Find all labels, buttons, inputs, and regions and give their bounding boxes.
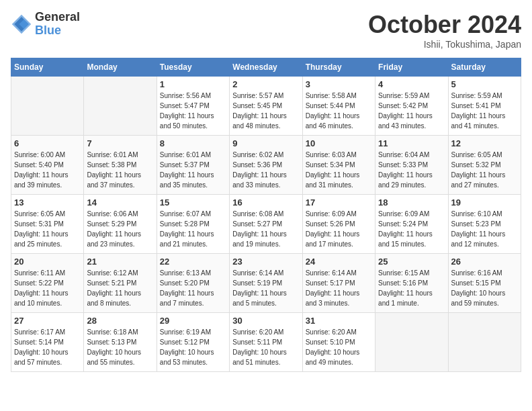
day-info: Sunrise: 6:04 AM Sunset: 5:33 PM Dayligh… <box>378 150 445 190</box>
calendar-cell: 21 Sunrise: 6:12 AM Sunset: 5:21 PM Dayl… <box>84 254 157 313</box>
calendar-cell <box>375 313 448 372</box>
day-number: 23 <box>232 257 299 267</box>
calendar-cell: 26 Sunrise: 6:16 AM Sunset: 5:15 PM Dayl… <box>448 254 521 313</box>
sunrise-text: Sunrise: 6:03 AM <box>306 150 372 160</box>
sunset-text: Sunset: 5:11 PM <box>232 337 299 347</box>
sunrise-text: Sunrise: 6:14 AM <box>232 268 299 278</box>
daylight-text: Daylight: 11 hours and 7 minutes. <box>160 288 226 308</box>
sunrise-text: Sunrise: 6:15 AM <box>378 268 445 278</box>
calendar-cell: 18 Sunrise: 6:09 AM Sunset: 5:24 PM Dayl… <box>375 195 448 254</box>
calendar-cell: 13 Sunrise: 6:05 AM Sunset: 5:31 PM Dayl… <box>11 195 84 254</box>
day-number: 31 <box>306 316 372 326</box>
calendar-cell: 7 Sunrise: 6:01 AM Sunset: 5:38 PM Dayli… <box>84 136 157 195</box>
calendar-cell: 16 Sunrise: 6:08 AM Sunset: 5:27 PM Dayl… <box>230 195 302 254</box>
logo: General Blue <box>11 11 80 38</box>
day-number: 13 <box>14 197 81 208</box>
header-tuesday: Tuesday <box>157 58 229 77</box>
calendar-cell: 22 Sunrise: 6:13 AM Sunset: 5:20 PM Dayl… <box>157 254 229 313</box>
location: Ishii, Tokushima, Japan <box>368 39 521 50</box>
day-number: 8 <box>160 138 226 148</box>
day-number: 4 <box>378 79 445 89</box>
sunrise-text: Sunrise: 5:59 AM <box>451 91 518 101</box>
calendar-week-4: 27 Sunrise: 6:17 AM Sunset: 5:14 PM Dayl… <box>11 313 521 372</box>
calendar-cell: 17 Sunrise: 6:09 AM Sunset: 5:26 PM Dayl… <box>302 195 375 254</box>
sunrise-text: Sunrise: 6:10 AM <box>451 209 518 219</box>
sunrise-text: Sunrise: 6:01 AM <box>160 150 226 160</box>
sunrise-text: Sunrise: 6:17 AM <box>14 327 81 337</box>
logo-icon <box>11 13 32 35</box>
day-number: 27 <box>14 316 81 326</box>
sunset-text: Sunset: 5:27 PM <box>232 219 299 229</box>
calendar-cell: 3 Sunrise: 5:58 AM Sunset: 5:44 PM Dayli… <box>302 77 375 136</box>
sunset-text: Sunset: 5:23 PM <box>451 219 518 229</box>
day-info: Sunrise: 6:18 AM Sunset: 5:13 PM Dayligh… <box>87 327 153 367</box>
day-number: 11 <box>378 138 445 148</box>
sunset-text: Sunset: 5:14 PM <box>14 337 81 347</box>
sunrise-text: Sunrise: 6:00 AM <box>14 150 81 160</box>
sunset-text: Sunset: 5:24 PM <box>378 219 445 229</box>
day-info: Sunrise: 6:10 AM Sunset: 5:23 PM Dayligh… <box>451 209 518 249</box>
daylight-text: Daylight: 11 hours and 29 minutes. <box>378 170 445 190</box>
calendar-cell: 6 Sunrise: 6:00 AM Sunset: 5:40 PM Dayli… <box>11 136 84 195</box>
sunset-text: Sunset: 5:41 PM <box>451 101 518 111</box>
calendar-cell: 27 Sunrise: 6:17 AM Sunset: 5:14 PM Dayl… <box>11 313 84 372</box>
calendar-cell: 24 Sunrise: 6:14 AM Sunset: 5:17 PM Dayl… <box>302 254 375 313</box>
day-number: 6 <box>14 138 81 148</box>
sunset-text: Sunset: 5:13 PM <box>87 337 153 347</box>
calendar-cell: 10 Sunrise: 6:03 AM Sunset: 5:34 PM Dayl… <box>302 136 375 195</box>
calendar-cell: 8 Sunrise: 6:01 AM Sunset: 5:37 PM Dayli… <box>157 136 229 195</box>
sunrise-text: Sunrise: 6:19 AM <box>160 327 226 337</box>
calendar-week-2: 13 Sunrise: 6:05 AM Sunset: 5:31 PM Dayl… <box>11 195 521 254</box>
sunrise-text: Sunrise: 6:13 AM <box>160 268 226 278</box>
daylight-text: Daylight: 10 hours and 53 minutes. <box>160 347 226 367</box>
header-sunday: Sunday <box>11 58 84 77</box>
day-number: 20 <box>14 257 81 267</box>
logo-text: General Blue <box>35 11 80 38</box>
calendar-cell: 12 Sunrise: 6:05 AM Sunset: 5:32 PM Dayl… <box>448 136 521 195</box>
calendar-cell: 28 Sunrise: 6:18 AM Sunset: 5:13 PM Dayl… <box>84 313 157 372</box>
calendar-cell: 23 Sunrise: 6:14 AM Sunset: 5:19 PM Dayl… <box>230 254 302 313</box>
day-info: Sunrise: 6:11 AM Sunset: 5:22 PM Dayligh… <box>14 268 81 308</box>
daylight-text: Daylight: 10 hours and 57 minutes. <box>14 347 81 367</box>
day-number: 14 <box>87 197 153 208</box>
sunset-text: Sunset: 5:34 PM <box>306 160 372 170</box>
calendar-week-3: 20 Sunrise: 6:11 AM Sunset: 5:22 PM Dayl… <box>11 254 521 313</box>
day-number: 15 <box>160 197 226 208</box>
day-number: 10 <box>306 138 372 148</box>
header-friday: Friday <box>375 58 448 77</box>
sunrise-text: Sunrise: 5:58 AM <box>306 91 372 101</box>
day-info: Sunrise: 6:05 AM Sunset: 5:32 PM Dayligh… <box>451 150 518 190</box>
daylight-text: Daylight: 11 hours and 43 minutes. <box>378 111 445 131</box>
daylight-text: Daylight: 11 hours and 50 minutes. <box>160 111 226 131</box>
sunrise-text: Sunrise: 6:05 AM <box>14 209 81 219</box>
sunset-text: Sunset: 5:37 PM <box>160 160 226 170</box>
day-info: Sunrise: 6:13 AM Sunset: 5:20 PM Dayligh… <box>160 268 226 308</box>
calendar-cell: 5 Sunrise: 5:59 AM Sunset: 5:41 PM Dayli… <box>448 77 521 136</box>
sunrise-text: Sunrise: 6:12 AM <box>87 268 153 278</box>
day-info: Sunrise: 5:56 AM Sunset: 5:47 PM Dayligh… <box>160 91 226 131</box>
day-info: Sunrise: 6:05 AM Sunset: 5:31 PM Dayligh… <box>14 209 81 249</box>
day-info: Sunrise: 6:19 AM Sunset: 5:12 PM Dayligh… <box>160 327 226 367</box>
daylight-text: Daylight: 11 hours and 27 minutes. <box>451 170 518 190</box>
day-info: Sunrise: 6:03 AM Sunset: 5:34 PM Dayligh… <box>306 150 372 190</box>
day-number: 19 <box>451 197 518 208</box>
sunrise-text: Sunrise: 6:01 AM <box>87 150 153 160</box>
calendar-header-row: SundayMondayTuesdayWednesdayThursdayFrid… <box>11 58 521 77</box>
sunset-text: Sunset: 5:16 PM <box>378 278 445 288</box>
sunset-text: Sunset: 5:36 PM <box>232 160 299 170</box>
sunset-text: Sunset: 5:32 PM <box>451 160 518 170</box>
day-number: 22 <box>160 257 226 267</box>
calendar-cell: 9 Sunrise: 6:02 AM Sunset: 5:36 PM Dayli… <box>230 136 302 195</box>
sunset-text: Sunset: 5:21 PM <box>87 278 153 288</box>
daylight-text: Daylight: 11 hours and 15 minutes. <box>378 229 445 249</box>
daylight-text: Daylight: 11 hours and 19 minutes. <box>232 229 299 249</box>
day-number: 28 <box>87 316 153 326</box>
sunset-text: Sunset: 5:17 PM <box>306 278 372 288</box>
day-info: Sunrise: 6:14 AM Sunset: 5:17 PM Dayligh… <box>306 268 372 308</box>
title-block: October 2024 Ishii, Tokushima, Japan <box>368 11 521 50</box>
sunrise-text: Sunrise: 6:20 AM <box>232 327 299 337</box>
daylight-text: Daylight: 10 hours and 51 minutes. <box>232 347 299 367</box>
sunrise-text: Sunrise: 6:18 AM <box>87 327 153 337</box>
day-number: 7 <box>87 138 153 148</box>
calendar-cell: 25 Sunrise: 6:15 AM Sunset: 5:16 PM Dayl… <box>375 254 448 313</box>
